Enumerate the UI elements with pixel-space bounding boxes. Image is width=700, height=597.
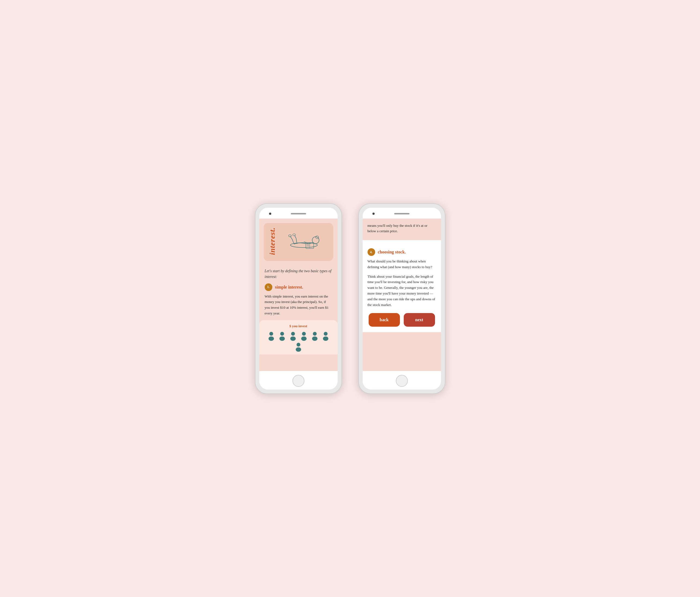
person-icon [288,331,298,341]
phone-right: means you'll only buy the stock if it's … [358,204,445,394]
section4-body2: Think about your financial goals, the le… [368,274,436,308]
svg-point-19 [312,336,318,341]
section4-block: 4. choosing stock. What should you be th… [362,240,441,332]
speaker-right [394,213,409,214]
svg-point-12 [280,332,284,336]
continuation-text: means you'll only buy the stock if it's … [368,223,436,234]
screen-left: interest. [259,219,338,371]
camera-right [372,213,375,215]
screen-right: means you'll only buy the stock if it's … [362,219,441,371]
person-icon [294,342,303,352]
phone-left: interest. [255,204,342,394]
section1-title: simple interest. [275,285,303,290]
svg-point-17 [301,336,307,341]
phone-bottom-right [362,371,441,389]
back-button[interactable]: back [369,313,400,327]
section4-title: choosing stock. [378,249,406,255]
intro-text: Let's start by defining the two basic ty… [265,268,332,280]
person-icon [299,331,309,341]
svg-point-3 [289,235,291,237]
person-icon [310,331,320,341]
speaker-left [291,213,306,214]
page-wrapper: interest. [255,204,445,394]
person-icon [321,331,330,341]
section4-header: 4. choosing stock. [368,248,436,256]
badge-4-text: 4. [370,250,372,254]
section4-body1: What should you be thinking about when d… [368,259,436,270]
phone-top-bar-left [259,208,338,219]
svg-point-21 [323,336,328,341]
svg-point-10 [269,332,273,336]
home-button-left[interactable] [293,375,304,387]
svg-point-23 [296,348,301,352]
section1-header: 1. simple interest. [265,283,332,291]
phone-top-bar-right [362,208,441,219]
badge-1-text: 1. [267,285,270,289]
phone-bottom-left [259,371,338,389]
svg-point-13 [279,336,285,341]
person-icon [266,331,276,341]
hero-card: interest. [264,223,333,261]
hero-svg [279,227,328,255]
hero-illustration [279,227,329,255]
invest-section: $ you invest [259,320,338,354]
number-badge-4: 4. [368,248,375,256]
svg-point-18 [313,332,317,336]
svg-point-16 [302,332,306,336]
invest-label: $ you invest [264,324,333,328]
people-grid [264,331,333,354]
number-badge-1: 1. [265,283,272,291]
svg-point-20 [324,332,328,336]
svg-point-14 [291,332,295,336]
interest-title: interest. [268,227,277,255]
svg-point-22 [297,343,300,347]
camera-left [269,213,271,215]
continuation-section: means you'll only buy the stock if it's … [362,219,441,240]
person-icon [277,331,287,341]
svg-point-11 [269,336,274,341]
next-button[interactable]: next [404,313,435,327]
svg-point-15 [290,336,296,341]
body-content-left: Let's start by defining the two basic ty… [259,265,338,316]
svg-point-4 [293,234,296,236]
buttons-row: back next [368,313,436,327]
section1-body: With simple interest, you earn interest … [265,294,332,316]
home-button-right[interactable] [396,375,408,387]
